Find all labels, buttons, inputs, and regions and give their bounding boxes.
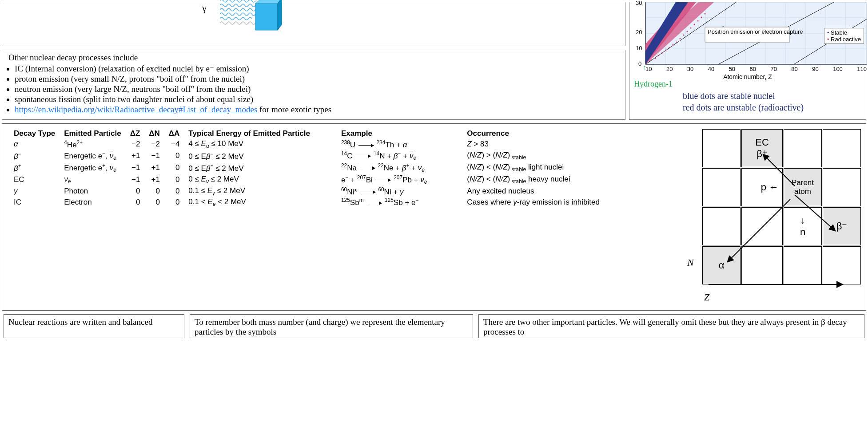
table-row: α4He2+−2−2−44 ≤ Eα ≤ 10 MeV238U 234Th + …: [9, 139, 604, 150]
xtick: 30: [687, 66, 693, 72]
col-energy: Typical Energy of Emitted Particle: [184, 128, 315, 139]
svg-point-27: [658, 55, 660, 56]
xtick: 20: [666, 66, 673, 72]
decay-table-section: Decay Type Emitted Particle ΔZ ΔN ΔA Typ…: [2, 123, 866, 311]
svg-marker-0: [255, 4, 278, 30]
other-item: https://en.wikipedia.org/wiki/Radioactiv…: [15, 105, 619, 114]
cell-p: p: [761, 181, 766, 193]
svg-point-39: [701, 17, 702, 18]
handwritten-note-red: red dots are unstable (radioactive): [683, 103, 804, 113]
other-item: proton emission (very small N/Z, protons…: [15, 74, 619, 84]
xtick: 100: [833, 66, 843, 72]
positron-callout: Positron emission or electron capture: [708, 29, 803, 36]
xtick: 70: [770, 66, 776, 72]
svg-point-32: [676, 42, 677, 43]
cell-parent: Parent atom: [784, 168, 822, 206]
col-dN: ΔN: [144, 128, 164, 139]
bottom-box-3: There are two other important particles.…: [478, 314, 864, 338]
svg-point-36: [690, 28, 692, 29]
xtick: 60: [750, 66, 756, 72]
handwritten-note-blue: blue dots are stable nuclei: [683, 91, 775, 101]
ytick: 0: [638, 60, 641, 67]
svg-point-35: [687, 31, 688, 32]
col-emitted: Emitted Particle: [60, 128, 126, 139]
svg-point-30: [669, 47, 670, 48]
chart-of-nuclides-partial: 30 20 10 0 ↑ 10 20 30 40 50 60 70 80 90 …: [629, 2, 866, 120]
ytick: 30: [636, 0, 642, 6]
other-decay-processes: Other nuclear decay processes include IC…: [2, 50, 625, 120]
decay-direction-grid: ECβ⁺ p ←Parent atom ↓nβ⁻ α N Z: [684, 124, 866, 310]
svg-point-40: [705, 13, 706, 15]
table-row: β+Energetic e+, νe−1+100 ≤ Eβ+ ≤ 2 MeV22…: [9, 162, 604, 174]
svg-point-31: [673, 44, 674, 46]
col-decay-type: Decay Type: [9, 128, 60, 139]
svg-marker-2: [278, 0, 282, 30]
axis-N: N: [687, 257, 694, 268]
xtick: 50: [729, 66, 735, 72]
svg-point-25: [651, 59, 653, 61]
svg-point-26: [655, 58, 656, 59]
table-row: ICElectron0000.1 < Ee < 2 MeV125Sbm 125S…: [9, 197, 604, 208]
svg-point-37: [694, 24, 695, 25]
xtick: 110: [857, 66, 867, 72]
other-item: IC (Internal conversion) (relaxation of …: [15, 63, 619, 74]
col-occurrence: Occurrence: [431, 128, 604, 139]
wikipedia-decay-modes-link[interactable]: https://en.wikipedia.org/wiki/Radioactiv…: [15, 105, 257, 114]
other-intro: Other nuclear decay processes include: [8, 53, 138, 62]
axis-Z: Z: [704, 292, 709, 303]
cell-beta-minus: β⁻: [823, 207, 861, 245]
svg-point-34: [683, 35, 685, 36]
gamma-emission-diagram: γ: [2, 2, 625, 46]
other-item: neutron emission (very large N/Z, neutro…: [15, 84, 619, 94]
nuclide-legend: • Stable • Radioactive: [824, 28, 864, 44]
svg-point-38: [697, 20, 699, 22]
ytick: 10: [636, 45, 642, 51]
ytick: 20: [636, 29, 642, 36]
xtick: 10: [645, 66, 652, 72]
xtick: 40: [708, 66, 714, 72]
gamma-cube-illustration: [220, 0, 282, 40]
hydrogen-annotation: Hydrogen-1: [634, 79, 673, 89]
xtick: 90: [812, 66, 818, 72]
cell-alpha: α: [702, 246, 741, 284]
bottom-box-1: Nuclear reactions are written and balanc…: [4, 314, 184, 338]
bottom-text-row: Nuclear reactions are written and balanc…: [2, 312, 866, 340]
gamma-label: γ: [202, 2, 207, 14]
svg-point-29: [665, 50, 667, 51]
col-dA: ΔA: [164, 128, 184, 139]
decay-type-table: Decay Type Emitted Particle ΔZ ΔN ΔA Typ…: [9, 128, 604, 208]
svg-point-33: [680, 38, 681, 39]
table-row: β−Energetic e−, νe+1−100 ≤ Eβ− ≤ 2 MeV14…: [9, 150, 604, 162]
col-example: Example: [315, 128, 431, 139]
svg-point-28: [662, 52, 663, 54]
table-row: ECνe−1+100 ≤ Eν ≤ 2 MeVe− + 207Bi 207Pb …: [9, 174, 604, 186]
cell-EC: EC: [755, 137, 769, 148]
other-item: spontaneous fission (split into two daug…: [15, 95, 619, 104]
xtick: 80: [791, 66, 797, 72]
bottom-box-2: To remember both mass number (and charge…: [190, 314, 473, 338]
cell-n: n: [800, 226, 805, 237]
table-row: γPhoton0000.1 ≤ Eγ ≤ 2 MeV60Ni* 60Ni + γ…: [9, 186, 604, 197]
col-dZ: ΔZ: [126, 128, 145, 139]
